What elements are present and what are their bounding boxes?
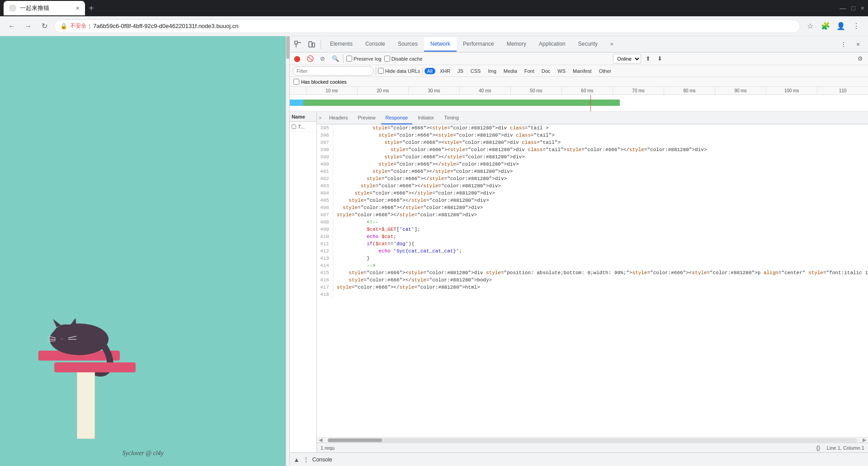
console-dots[interactable]: ⋮ — [303, 456, 309, 463]
hide-data-urls-label[interactable]: Hide data URLs — [378, 68, 420, 74]
line-number: 410 — [317, 233, 333, 240]
filter-toggle-button[interactable]: ⊘ — [318, 54, 328, 64]
tab-network[interactable]: Network — [424, 37, 457, 52]
import-button[interactable]: ⬆ — [643, 54, 653, 64]
bookmark-button[interactable]: ☆ — [804, 20, 816, 33]
tab-timing[interactable]: Timing — [439, 112, 463, 124]
menu-button[interactable]: ⋮ — [850, 20, 863, 33]
close-response-tab[interactable]: × — [319, 115, 322, 121]
record-button[interactable]: ⬤ — [292, 54, 302, 64]
line-content: style="color:#666"></style="color:#88128… — [333, 175, 868, 182]
back-button[interactable]: ← — [5, 20, 18, 33]
filter-img[interactable]: Img — [485, 68, 499, 74]
filter-js[interactable]: JS — [455, 68, 466, 74]
tab-application[interactable]: Application — [533, 37, 572, 52]
line-number: 415 — [317, 269, 333, 276]
line-content: style="color:#666"></style="color:#88128… — [333, 211, 868, 219]
extension-button[interactable]: 🧩 — [819, 20, 832, 33]
scroll-thumb[interactable] — [328, 438, 382, 442]
reload-button[interactable]: ↻ — [38, 20, 51, 33]
svg-rect-14 — [309, 42, 312, 47]
forward-button[interactable]: → — [22, 20, 34, 33]
settings-button[interactable]: ⚙ — [855, 54, 865, 64]
tab-console[interactable]: Console — [359, 37, 392, 52]
inspect-element-button[interactable] — [292, 38, 304, 51]
close-window-button[interactable]: × — [861, 5, 864, 12]
tab-security[interactable]: Security — [572, 37, 604, 52]
disable-cache-label[interactable]: Disable cache — [384, 56, 423, 62]
tab-sources[interactable]: Sources — [392, 37, 424, 52]
network-actions: Online ⬆ ⬇ — [613, 54, 665, 64]
tab-elements[interactable]: Elements — [324, 37, 359, 52]
device-toolbar-button[interactable] — [305, 38, 318, 51]
new-tab-button[interactable]: + — [89, 3, 94, 14]
hide-data-urls-checkbox[interactable] — [378, 68, 384, 74]
line-number: 414 — [317, 262, 333, 269]
preserve-log-checkbox[interactable] — [346, 56, 352, 62]
line-content: } — [333, 255, 868, 262]
line-content: echo 'Syc{cat_cat_cat_cat}'; — [333, 247, 868, 255]
line-number: 406 — [317, 204, 333, 211]
code-line: 410 echo $cat; — [317, 233, 868, 240]
filter-font[interactable]: Font — [522, 68, 537, 74]
page-scrollbar[interactable] — [286, 36, 289, 466]
tab-initiator[interactable]: Initiator — [413, 112, 439, 124]
page-scrollbar-thumb[interactable] — [286, 36, 290, 59]
filter-xhr[interactable]: XHR — [437, 68, 453, 74]
devtools-panel: Elements Console Sources Network Perform… — [289, 36, 868, 466]
tab-memory[interactable]: Memory — [500, 37, 533, 52]
tab-close-button[interactable]: × — [76, 5, 80, 12]
request-row[interactable]: 7... — [290, 122, 316, 132]
maximize-button[interactable]: □ — [851, 5, 855, 12]
line-number: 403 — [317, 182, 333, 190]
line-number: 408 — [317, 219, 333, 226]
blocked-cookies-label: Has blocked cookies — [301, 79, 347, 85]
detach-button[interactable]: ⋮ — [837, 38, 850, 51]
code-line: 403 style="color:#666"></style="color:#8… — [317, 182, 868, 190]
tab-performance[interactable]: Performance — [457, 37, 500, 52]
line-number: 404 — [317, 190, 333, 197]
browser-tab[interactable]: 一起来撸猫 × — [4, 1, 85, 15]
response-pane: × Headers Preview Response Initiator Tim… — [317, 112, 868, 452]
line-content: style="color:#666"></style="color:#88128… — [333, 190, 868, 197]
request-name: 7... — [298, 124, 305, 129]
close-devtools-button[interactable]: × — [852, 38, 864, 51]
toolbar-separator — [321, 40, 321, 49]
filter-css[interactable]: CSS — [468, 68, 484, 74]
filter-ws[interactable]: WS — [555, 68, 568, 74]
line-content: style="color:#666"></style="color:#88128… — [333, 197, 868, 204]
minimize-button[interactable]: — — [840, 5, 846, 12]
filter-all[interactable]: All — [425, 68, 435, 74]
export-button[interactable]: ⬇ — [655, 54, 665, 64]
filter-other[interactable]: Other — [596, 68, 614, 74]
ruler-70ms: 70 ms — [613, 87, 664, 95]
request-checkbox[interactable] — [292, 124, 296, 129]
preserve-log-label[interactable]: Preserve log — [346, 56, 382, 62]
tab-response[interactable]: Response — [381, 112, 413, 124]
disable-cache-checkbox[interactable] — [384, 56, 390, 62]
horizontal-scrollbar[interactable]: ◀ ▶ — [317, 437, 868, 442]
filter-media[interactable]: Media — [501, 68, 520, 74]
line-number: 407 — [317, 211, 333, 219]
url-bar[interactable]: 🔒 不安全 | 7a6b59c6-0f8f-4bff-92c9-d0e46220… — [54, 19, 800, 33]
tab-more[interactable]: » — [604, 37, 620, 52]
filter-manifest[interactable]: Manifest — [570, 68, 594, 74]
clear-button[interactable]: 🚫 — [305, 54, 315, 64]
profile-button[interactable]: 👤 — [835, 20, 847, 33]
scroll-track[interactable] — [328, 438, 857, 442]
console-toggle-button[interactable]: ▲ — [293, 456, 300, 463]
network-toolbar: ⬤ 🚫 ⊘ 🔍 Preserve log Disable cache Onlin… — [290, 52, 868, 65]
devtools-window-controls: ⋮ × — [837, 38, 866, 51]
search-button[interactable]: 🔍 — [330, 54, 340, 64]
toolbar-divider — [343, 55, 344, 63]
filter-doc[interactable]: Doc — [539, 68, 553, 74]
filter-input[interactable] — [292, 67, 374, 76]
tab-headers[interactable]: Headers — [325, 112, 353, 124]
blocked-cookies-checkbox[interactable] — [293, 79, 299, 85]
line-content: style="color:#666"></style="color:#88128… — [333, 153, 868, 161]
line-content: style="color:#666"></style="color:#88128… — [333, 204, 868, 211]
tab-preview[interactable]: Preview — [353, 112, 380, 124]
throttle-select[interactable]: Online — [613, 54, 641, 64]
code-line: 398 style="color:#666"><style="color:#88… — [317, 146, 868, 153]
format-button[interactable]: {} — [813, 443, 823, 453]
